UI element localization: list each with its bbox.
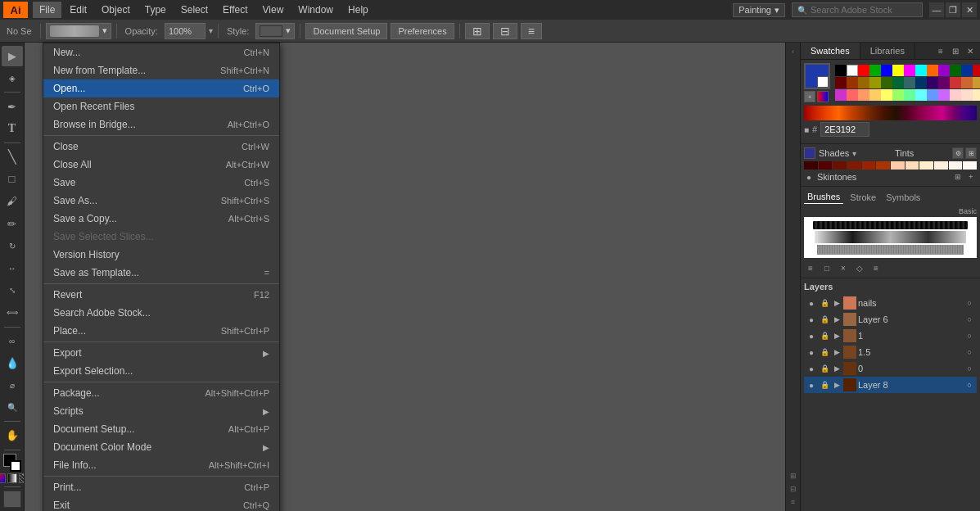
layer-row-layer8[interactable]: ● 🔒 ▶ Layer 8 ○: [804, 377, 977, 393]
menu-help[interactable]: Help: [341, 2, 375, 18]
menu-item-close-all[interactable]: Close All Alt+Ctrl+W: [43, 156, 279, 174]
menu-item-search-stock[interactable]: Search Adobe Stock...: [43, 304, 279, 322]
menu-item-close[interactable]: Close Ctrl+W: [43, 138, 279, 156]
swatch-cell[interactable]: [847, 89, 858, 101]
swatch-cell[interactable]: [973, 77, 980, 88]
menu-item-open[interactable]: Open... Ctrl+O: [43, 79, 279, 97]
zoom-tool[interactable]: 🔍: [2, 397, 23, 418]
menu-type[interactable]: Type: [138, 2, 173, 18]
style-selector[interactable]: ▾: [255, 23, 295, 39]
menu-item-export[interactable]: Export ▶: [43, 344, 279, 362]
swatch-cell[interactable]: [892, 77, 904, 88]
panel-grid-icon[interactable]: ⊞: [949, 44, 962, 57]
skintones-eye-icon[interactable]: ●: [804, 172, 814, 182]
menu-object[interactable]: Object: [95, 2, 137, 18]
brush-new-icon[interactable]: □: [820, 261, 833, 274]
direct-select-tool[interactable]: ◈: [2, 68, 23, 88]
swatch-cell[interactable]: [904, 65, 915, 76]
document-setup-button[interactable]: Document Setup: [305, 23, 387, 39]
swatch-new-icon[interactable]: +: [804, 91, 815, 102]
menu-item-new-from-template[interactable]: New from Template... Shift+Ctrl+N: [43, 61, 279, 79]
layer-expand-icon[interactable]: ▶: [832, 298, 842, 308]
swatch-cell[interactable]: [881, 65, 892, 76]
scale-tool[interactable]: ⤡: [2, 280, 23, 301]
artboard-tool[interactable]: [3, 491, 21, 508]
pencil-tool[interactable]: ✏: [2, 213, 23, 233]
hand-tool[interactable]: ✋: [2, 425, 23, 445]
shades-dropdown-icon[interactable]: ▾: [852, 149, 856, 158]
menu-effect[interactable]: Effect: [216, 2, 254, 18]
layer-expand-icon[interactable]: ▶: [832, 380, 842, 390]
tab-stroke[interactable]: Stroke: [847, 191, 879, 204]
options-button[interactable]: ≡: [521, 23, 542, 39]
pen-tool[interactable]: ✒: [2, 96, 23, 116]
swatch-cell[interactable]: [973, 89, 980, 101]
panel-close-icon[interactable]: ✕: [964, 44, 977, 57]
layer-row-1[interactable]: ● 🔒 ▶ 1 ○: [804, 328, 977, 344]
menu-item-browse-bridge[interactable]: Browse in Bridge... Alt+Ctrl+O: [43, 115, 279, 133]
swatch-cell[interactable]: [927, 65, 938, 76]
menu-edit[interactable]: Edit: [63, 2, 93, 18]
tint-cell[interactable]: [919, 161, 933, 170]
swatch-cell[interactable]: [858, 77, 869, 88]
opacity-input[interactable]: 100%: [165, 23, 205, 39]
layer-visibility-icon[interactable]: ●: [806, 314, 817, 325]
swatch-cell[interactable]: [938, 89, 950, 101]
shade-cell[interactable]: [847, 161, 861, 170]
menu-window[interactable]: Window: [291, 2, 340, 18]
layer-row-0[interactable]: ● 🔒 ▶ 0 ○: [804, 360, 977, 377]
swatch-cell[interactable]: [835, 89, 847, 101]
gradient-btn[interactable]: [7, 473, 17, 483]
side-panel-icon[interactable]: ⊟: [788, 483, 799, 495]
side-grid-icon[interactable]: ⊞: [788, 470, 799, 482]
swatch-cell[interactable]: [973, 65, 980, 76]
layer-visibility-icon[interactable]: ●: [806, 297, 817, 309]
tint-cell[interactable]: [934, 161, 948, 170]
brush-menu-icon[interactable]: ≡: [869, 261, 883, 274]
reflect-tool[interactable]: ↔: [2, 258, 23, 278]
menu-item-export-selection[interactable]: Export Selection...: [43, 362, 279, 380]
menu-item-document-setup[interactable]: Document Setup... Alt+Ctrl+P: [43, 420, 279, 438]
layer-row-1point5[interactable]: ● 🔒 ▶ 1.5 ○: [804, 344, 977, 360]
shape-tool[interactable]: □: [2, 169, 23, 189]
swatch-cell[interactable]: [915, 89, 927, 101]
none-btn[interactable]: [19, 473, 25, 483]
minimize-button[interactable]: —: [929, 2, 944, 17]
width-tool[interactable]: ⟺: [2, 302, 23, 323]
swatch-cell[interactable]: [950, 89, 961, 101]
menu-item-scripts[interactable]: Scripts ▶: [43, 402, 279, 420]
preferences-button[interactable]: Preferences: [391, 23, 454, 39]
shade-cell[interactable]: [876, 161, 890, 170]
layer-expand-icon[interactable]: ▶: [832, 347, 842, 357]
swatch-cell[interactable]: [950, 77, 961, 88]
side-collapse-icon[interactable]: ‹: [788, 46, 799, 57]
swatch-cell[interactable]: [915, 65, 927, 76]
eyedropper-tool[interactable]: 💧: [2, 353, 23, 373]
arrange-view-button[interactable]: ⊞: [465, 23, 490, 39]
line-tool[interactable]: ╲: [2, 147, 23, 167]
swatch-cell[interactable]: [858, 65, 869, 76]
menu-item-print[interactable]: Print... Ctrl+P: [43, 478, 279, 496]
swatch-cell[interactable]: [904, 77, 915, 88]
menu-item-open-recent[interactable]: Open Recent Files: [43, 97, 279, 115]
swatch-cell[interactable]: [961, 77, 973, 88]
side-more-icon[interactable]: ≡: [788, 496, 799, 508]
rotate-tool[interactable]: ↻: [2, 236, 23, 256]
brush-list-icon[interactable]: ≡: [804, 261, 817, 274]
layer-visibility-icon[interactable]: ●: [806, 330, 817, 341]
swatch-cell[interactable]: [927, 89, 938, 101]
layer-visibility-icon[interactable]: ●: [806, 379, 817, 391]
swatch-cell[interactable]: [869, 65, 881, 76]
swatch-cell[interactable]: [869, 89, 881, 101]
swatch-cell[interactable]: [904, 89, 915, 101]
shade-cell[interactable]: [819, 161, 833, 170]
layer-visibility-icon[interactable]: ●: [806, 346, 817, 358]
tab-brushes[interactable]: Brushes: [804, 190, 843, 204]
swatch-cell[interactable]: [847, 65, 858, 76]
swatch-cell[interactable]: [892, 65, 904, 76]
menu-file[interactable]: File: [33, 2, 61, 18]
blend-tool[interactable]: ∞: [2, 331, 23, 351]
menu-item-save-copy[interactable]: Save a Copy... Alt+Ctrl+S: [43, 210, 279, 228]
swatch-cell[interactable]: [950, 65, 961, 76]
select-tool[interactable]: ▶: [2, 46, 23, 66]
